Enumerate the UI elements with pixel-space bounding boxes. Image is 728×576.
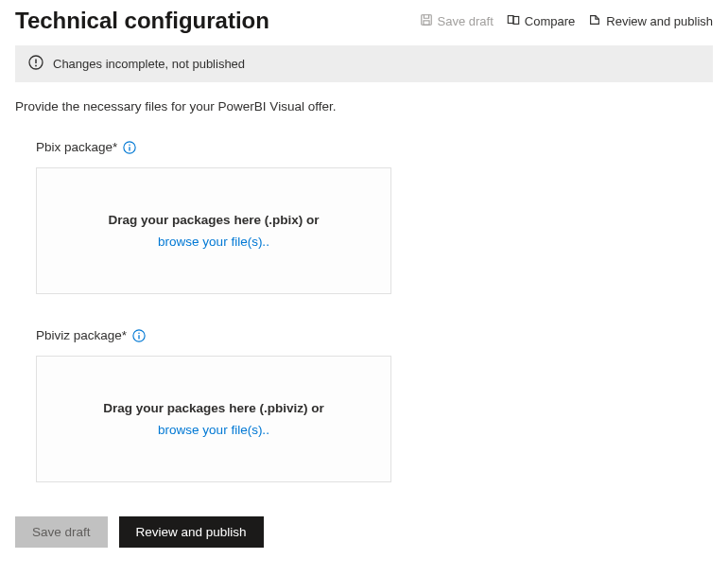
info-icon[interactable] xyxy=(132,329,146,342)
review-publish-button[interactable]: Review and publish xyxy=(119,516,264,548)
pbiviz-browse-link[interactable]: browse your file(s).. xyxy=(158,423,269,437)
status-banner: Changes incomplete, not published xyxy=(15,45,713,82)
pbix-browse-link[interactable]: browse your file(s).. xyxy=(158,235,269,249)
compare-toolbar-label: Compare xyxy=(525,14,575,28)
page-description: Provide the necessary files for your Pow… xyxy=(15,99,713,113)
page-title: Technical configuration xyxy=(15,8,269,34)
pbix-section: Pbix package* Drag your packages here (.… xyxy=(15,140,713,294)
svg-point-8 xyxy=(130,144,131,146)
svg-rect-1 xyxy=(423,20,428,24)
info-icon[interactable] xyxy=(123,141,136,154)
toolbar: Save draft Compare Review and publish xyxy=(420,13,713,29)
pbiviz-section: Pbiviz package* Drag your packages here … xyxy=(15,328,713,482)
pbiviz-label-row: Pbiviz package* xyxy=(36,328,713,342)
review-publish-toolbar-label: Review and publish xyxy=(606,14,713,28)
svg-point-6 xyxy=(35,65,37,67)
pbix-label-row: Pbix package* xyxy=(36,140,713,154)
pbiviz-drag-text: Drag your packages here (.pbiviz) or xyxy=(103,401,323,415)
svg-point-11 xyxy=(138,332,140,334)
svg-rect-2 xyxy=(508,15,513,23)
button-row: Save draft Review and publish xyxy=(15,516,713,548)
header-row: Technical configuration Save draft Compa… xyxy=(15,8,713,45)
pbiviz-dropzone[interactable]: Drag your packages here (.pbiviz) or bro… xyxy=(36,356,391,482)
save-draft-toolbar-button[interactable]: Save draft xyxy=(420,13,494,29)
compare-toolbar-button[interactable]: Compare xyxy=(507,13,575,29)
review-publish-toolbar-button[interactable]: Review and publish xyxy=(588,13,713,29)
pbix-drag-text: Drag your packages here (.pbix) or xyxy=(109,213,320,227)
status-message: Changes incomplete, not published xyxy=(53,57,245,71)
compare-icon xyxy=(507,13,520,29)
pbix-label: Pbix package* xyxy=(36,140,117,154)
save-draft-button[interactable]: Save draft xyxy=(15,516,108,548)
svg-rect-3 xyxy=(513,16,519,24)
publish-icon xyxy=(588,13,601,29)
pbix-dropzone[interactable]: Drag your packages here (.pbix) or brows… xyxy=(36,167,391,294)
save-icon xyxy=(420,13,433,29)
save-draft-toolbar-label: Save draft xyxy=(438,14,494,28)
pbiviz-label: Pbiviz package* xyxy=(36,328,127,342)
svg-rect-0 xyxy=(421,14,431,25)
info-status-icon xyxy=(28,55,43,73)
